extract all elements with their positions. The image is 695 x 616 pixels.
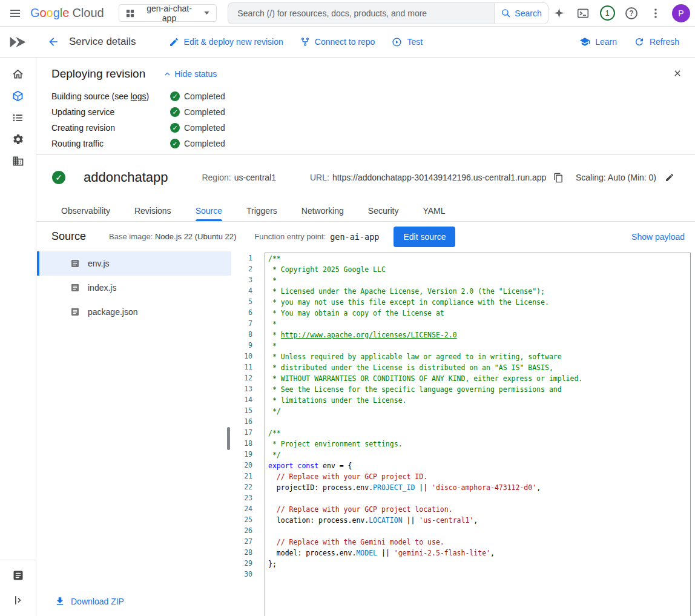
jobs-list-icon[interactable]: [6, 110, 30, 125]
tab-source[interactable]: Source: [196, 200, 222, 221]
scrollbar-thumb[interactable]: [227, 427, 230, 450]
notifications-badge[interactable]: 1: [597, 3, 618, 24]
line-number: 21: [232, 471, 252, 482]
google-cloud-logo: Google Cloud: [30, 6, 104, 20]
code-line: location: process.env.LOCATION || 'us-ce…: [268, 515, 690, 526]
selected-file-accent: [37, 251, 39, 276]
test-button[interactable]: Test: [383, 30, 431, 53]
search-button[interactable]: Search: [494, 2, 548, 24]
service-url-value[interactable]: https://addonchatapp-301439142196.us-cen…: [332, 173, 546, 182]
file-item-package.json[interactable]: package.json: [37, 300, 231, 324]
service-tabs: ObservabilityRevisionsSourceTriggersNetw…: [36, 200, 695, 222]
topbar-icons: 1 ? P: [548, 3, 695, 24]
edit-deploy-button[interactable]: Edit & deploy new revision: [160, 30, 292, 53]
code-line: *: [268, 275, 690, 286]
line-number: 2: [232, 263, 252, 274]
code-line: [268, 526, 690, 537]
active-tab-indicator: [196, 219, 222, 221]
connect-repo-button[interactable]: Connect to repo: [292, 30, 384, 53]
line-number: 13: [232, 383, 252, 394]
repo-icon: [300, 37, 310, 47]
learn-icon: [579, 36, 590, 47]
line-number: 9: [232, 340, 252, 351]
cloud-shell-icon[interactable]: [573, 3, 593, 24]
logs-link[interactable]: logs: [131, 91, 147, 101]
project-name: gen-ai-chat-app: [140, 4, 199, 23]
service-region: Region: us-central1: [202, 173, 276, 182]
integrations-icon[interactable]: [6, 132, 30, 147]
chevron-up-icon: [163, 70, 171, 78]
code-line: * Licensed under the Apache License, Ver…: [268, 286, 690, 297]
show-payload-link[interactable]: Show payload: [631, 232, 685, 242]
line-number: 24: [232, 503, 252, 514]
line-number: 8: [232, 329, 252, 340]
more-vert-icon[interactable]: [645, 3, 666, 24]
user-avatar[interactable]: P: [672, 4, 690, 22]
code-line: * WITHOUT WARRANTIES OR CONDITIONS OF AN…: [268, 373, 690, 384]
file-icon: [70, 307, 80, 317]
deploy-step-status: Completed: [184, 123, 225, 133]
file-item-index.js[interactable]: index.js: [37, 276, 231, 300]
code-line: [268, 569, 690, 580]
service-healthy-icon: ✓: [52, 171, 65, 184]
line-number: 17: [232, 427, 252, 438]
domains-icon[interactable]: [6, 154, 30, 168]
line-number: 29: [232, 558, 252, 569]
file-item-env.js[interactable]: env.js: [37, 251, 231, 276]
deploy-step-label: Routing traffic: [51, 139, 170, 148]
edit-source-button[interactable]: Edit source: [394, 227, 455, 247]
line-number: 16: [232, 416, 252, 427]
code-content[interactable]: /** * Copyright 2025 Google LLC * * Lice…: [265, 253, 691, 616]
global-search: Search: [228, 2, 548, 24]
search-icon: [501, 8, 511, 18]
services-icon[interactable]: [6, 88, 30, 103]
source-toolbar: Source Base image: Node.js 22 (Ubuntu 22…: [36, 222, 695, 251]
hide-status-button[interactable]: Hide status: [163, 69, 217, 79]
code-line: * Unless required by applicable law or a…: [268, 351, 690, 362]
line-number: 10: [232, 351, 252, 362]
hamburger-menu-icon[interactable]: [0, 0, 30, 27]
line-number: 20: [232, 460, 252, 471]
refresh-button[interactable]: Refresh: [625, 30, 688, 53]
line-number: 15: [232, 405, 252, 416]
line-number-gutter: 1234567891011121314151617181920212223242…: [232, 253, 252, 616]
tab-revisions[interactable]: Revisions: [134, 200, 171, 221]
code-editor[interactable]: 1234567891011121314151617181920212223242…: [232, 253, 695, 616]
code-line: // Replace with your GCP project ID.: [268, 471, 690, 482]
completed-check-icon: ✓: [170, 123, 180, 133]
close-icon[interactable]: [669, 65, 686, 82]
tab-triggers[interactable]: Triggers: [246, 200, 277, 221]
line-number: 26: [232, 525, 252, 536]
code-line: * Project environment settings.: [268, 439, 690, 449]
code-line: // Replace with your GCP project locatio…: [268, 504, 690, 515]
google-logo-text: Google: [30, 6, 70, 20]
code-line: *: [268, 319, 690, 330]
function-entry-point: Function entry point: gen-ai-app: [254, 232, 379, 242]
copy-icon[interactable]: [553, 173, 564, 183]
deploy-step: Updating service✓Completed: [51, 104, 695, 120]
search-input[interactable]: [237, 8, 485, 18]
line-number: 25: [232, 514, 252, 525]
release-notes-icon[interactable]: [6, 568, 30, 583]
project-picker[interactable]: gen-ai-chat-app: [119, 4, 217, 22]
edit-scaling-icon[interactable]: [665, 173, 674, 182]
help-icon[interactable]: ?: [621, 3, 642, 24]
cloud-logo-text: Cloud: [72, 6, 104, 20]
tab-security[interactable]: Security: [368, 200, 399, 221]
learn-button[interactable]: Learn: [571, 30, 625, 53]
completed-check-icon: ✓: [170, 107, 180, 117]
tab-networking[interactable]: Networking: [301, 200, 344, 221]
back-arrow-icon[interactable]: [42, 31, 64, 53]
deploy-step-status: Completed: [184, 107, 225, 117]
download-zip-button[interactable]: Download ZIP: [54, 596, 124, 607]
tab-observability[interactable]: Observability: [61, 200, 110, 221]
line-number: 4: [232, 285, 252, 296]
code-line: model: process.env.MODEL || 'gemini-2.5-…: [268, 548, 690, 558]
pencil-icon: [169, 37, 179, 47]
tab-yaml[interactable]: YAML: [423, 200, 445, 221]
gemini-sparkle-icon[interactable]: [548, 3, 569, 24]
collapse-nav-icon[interactable]: [6, 593, 30, 608]
home-icon[interactable]: [6, 67, 30, 81]
refresh-icon: [634, 36, 645, 47]
download-icon: [54, 596, 65, 607]
